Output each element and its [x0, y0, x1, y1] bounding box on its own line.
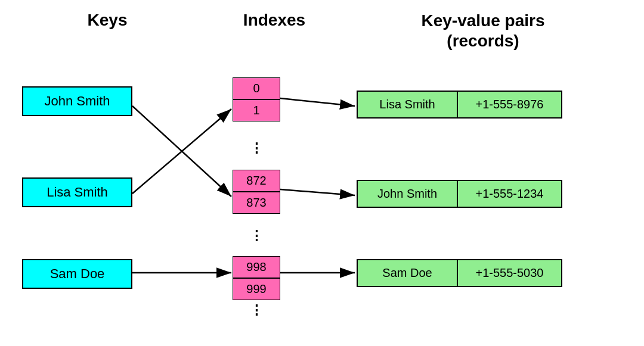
- key-lisa-smith: Lisa Smith: [22, 177, 132, 207]
- index-998: 998: [233, 256, 280, 278]
- header-indexes: Indexes: [221, 11, 328, 30]
- index-group-top: 0 1: [233, 77, 280, 121]
- diagram: Keys Indexes Key-value pairs (records) J…: [0, 0, 644, 346]
- index-873: 873: [233, 192, 280, 214]
- key-sam-doe: Sam Doe: [22, 259, 132, 289]
- index-group-bot: 998 999: [233, 256, 280, 300]
- index-1: 1: [233, 99, 280, 121]
- arrow-john-to-873: [132, 106, 231, 197]
- record-3-phone: +1-555-5030: [458, 259, 562, 287]
- header-kvp: Key-value pairs (records): [370, 11, 596, 51]
- arrow-index-mid-to-record2: [280, 189, 355, 195]
- record-lisa-smith: Lisa Smith +1-555-8976: [357, 91, 562, 119]
- record-john-smith: John Smith +1-555-1234: [357, 180, 562, 208]
- index-999: 999: [233, 278, 280, 300]
- dots-3: ⋮: [247, 304, 265, 317]
- key-john-smith: John Smith: [22, 86, 132, 116]
- index-872: 872: [233, 170, 280, 192]
- record-2-phone: +1-555-1234: [458, 180, 562, 208]
- arrow-lisa-to-1: [132, 109, 231, 194]
- dots-2: ⋮: [247, 229, 265, 242]
- record-sam-doe: Sam Doe +1-555-5030: [357, 259, 562, 287]
- dots-1: ⋮: [247, 142, 265, 155]
- arrows-svg: [0, 0, 644, 346]
- record-1-phone: +1-555-8976: [458, 91, 562, 119]
- index-0: 0: [233, 77, 280, 99]
- record-3-name: Sam Doe: [357, 259, 458, 287]
- record-2-name: John Smith: [357, 180, 458, 208]
- index-group-mid: 872 873: [233, 170, 280, 214]
- header-keys: Keys: [48, 11, 167, 30]
- arrow-index-top-to-record1: [280, 98, 355, 106]
- record-1-name: Lisa Smith: [357, 91, 458, 119]
